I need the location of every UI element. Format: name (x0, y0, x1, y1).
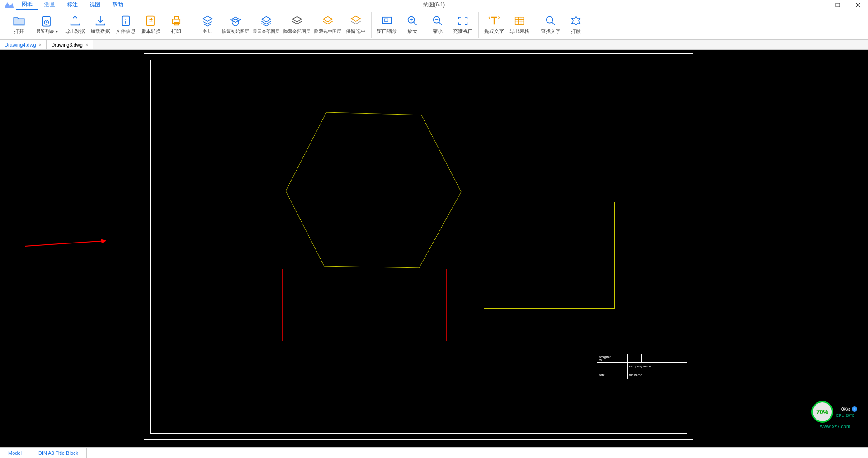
recent-icon (41, 15, 53, 28)
find-label: 查找文字 (541, 28, 561, 35)
tb-designed-by: designed by (597, 354, 616, 363)
tb-cell (616, 354, 628, 363)
file-tab-drawing3[interactable]: Drawing3.dwg × (47, 40, 93, 49)
keep-selected-button[interactable]: 保留选中 (343, 12, 368, 38)
watermark-speed: ↑0K/s+ (836, 406, 859, 412)
watermark-url: www.xz7.com (820, 424, 850, 429)
tool-group-find: 查找文字 打散 (535, 12, 591, 38)
keep-sel-label: 保留选中 (346, 28, 366, 35)
export-icon (69, 14, 81, 27)
menu-drawing[interactable]: 图纸 (16, 0, 38, 10)
layers-label: 图层 (203, 28, 212, 35)
layout-tab-model[interactable]: Model (0, 448, 30, 458)
titlebar-left: 图纸 测量 标注 视图 帮助 (0, 0, 128, 10)
file-tab-drawing4[interactable]: Drawing4.dwg × (0, 40, 47, 49)
export-label: 导出数据 (65, 28, 85, 35)
zoom-out-icon (431, 14, 444, 27)
zoom-in-icon (406, 14, 419, 27)
reset-layer-button[interactable]: 恢复初始图层 (220, 12, 251, 38)
svg-rect-10 (173, 19, 180, 24)
find-text-button[interactable]: 查找文字 (538, 12, 563, 38)
layout-tabbar: Model DIN A0 Title Block (0, 447, 868, 458)
file-info-button[interactable]: 文件信息 (113, 12, 138, 38)
layers-icon (201, 14, 214, 27)
tb-cell (628, 354, 642, 363)
layers-button[interactable]: 图层 (195, 12, 220, 38)
tool-group-extract: 提取文字 导出表格 (479, 12, 535, 38)
tool-group-layers: 图层 恢复初始图层 显示全部图层 隐藏全部图层 隐藏选中图层 保留选中 (192, 12, 372, 38)
watermark: 70% ↑0K/s+ CPU 20°C www.xz7.com (811, 401, 859, 429)
hide-selected-layer-button[interactable]: 隐藏选中图层 (312, 12, 343, 38)
hide-sel-icon (321, 15, 334, 28)
svg-rect-9 (147, 16, 154, 26)
explode-button[interactable]: 打散 (563, 12, 589, 38)
export-data-button[interactable]: 导出数据 (62, 12, 88, 38)
print-button[interactable]: 打印 (164, 12, 189, 38)
svg-line-28 (552, 23, 555, 25)
convert-label: 版本转换 (141, 28, 161, 35)
tool-group-zoom: 窗口缩放 放大 缩小 充满视口 (372, 12, 479, 38)
file-info-label: 文件信息 (116, 28, 136, 35)
import-label: 加载数据 (90, 28, 110, 35)
ribbon-toolbar: 打开 最近列表 ▾ 导出数据 加载数据 文件信息 版本转换 打印 (0, 10, 868, 40)
fit-label: 充满视口 (453, 28, 473, 35)
close-button[interactable] (848, 0, 868, 10)
recent-list-button[interactable]: 最近列表 ▾ (32, 12, 62, 38)
zoom-out-label: 缩小 (433, 28, 443, 35)
red-rectangle-2 (282, 269, 447, 341)
red-rectangle-1 (486, 100, 580, 177)
menu-annotate[interactable]: 标注 (61, 0, 83, 10)
svg-rect-22 (515, 17, 524, 24)
svg-point-7 (125, 19, 126, 19)
layout-tab-din-a0[interactable]: DIN A0 Title Block (30, 448, 87, 458)
minimize-button[interactable] (807, 0, 827, 10)
menu-help[interactable]: 帮助 (107, 0, 128, 10)
svg-rect-1 (836, 3, 840, 7)
titlebar: 图纸 测量 标注 视图 帮助 豹图(6.1) (0, 0, 868, 10)
fit-viewport-button[interactable]: 充满视口 (450, 12, 476, 38)
file-tabbar: Drawing4.dwg × Drawing3.dwg × (0, 40, 868, 50)
menu-measure[interactable]: 测量 (39, 0, 61, 10)
open-label: 打开 (14, 28, 24, 35)
export-table-button[interactable]: 导出表格 (507, 12, 532, 38)
convert-button[interactable]: 版本转换 (138, 12, 164, 38)
svg-line-16 (414, 23, 417, 25)
show-all-layers-button[interactable]: 显示全部图层 (251, 12, 282, 38)
svg-rect-11 (174, 17, 178, 19)
svg-rect-13 (383, 17, 392, 24)
zoom-window-button[interactable]: 窗口缩放 (374, 12, 400, 38)
watermark-percent: 70% (811, 401, 833, 423)
search-icon (544, 14, 557, 27)
extract-text-icon (488, 14, 500, 27)
reset-layer-icon (229, 15, 242, 28)
tb-cell (616, 363, 628, 371)
svg-marker-31 (101, 239, 106, 243)
window-controls (807, 0, 868, 10)
app-logo-icon (3, 1, 15, 9)
hide-all-icon (291, 15, 303, 28)
close-tab-icon[interactable]: × (85, 42, 88, 48)
title-block: designed by company name date file name (597, 354, 687, 379)
show-all-label: 显示全部图层 (253, 29, 280, 35)
watermark-cpu: CPU 20°C (836, 413, 859, 418)
export-table-icon (513, 14, 526, 27)
hide-all-layers-button[interactable]: 隐藏全部图层 (282, 12, 312, 38)
extract-text-button[interactable]: 提取文字 (481, 12, 507, 38)
zoom-in-button[interactable]: 放大 (400, 12, 425, 38)
zoom-out-button[interactable]: 缩小 (425, 12, 450, 38)
export-table-label: 导出表格 (509, 28, 529, 35)
zoom-window-icon (381, 14, 393, 27)
maximize-button[interactable] (827, 0, 848, 10)
svg-rect-14 (384, 19, 388, 21)
tb-cell (642, 354, 687, 363)
open-button[interactable]: 打开 (6, 12, 32, 38)
reset-layer-label: 恢复初始图层 (222, 29, 249, 35)
close-tab-icon[interactable]: × (39, 42, 42, 48)
print-label: 打印 (171, 28, 181, 35)
svg-marker-29 (286, 112, 461, 268)
tb-cell (597, 363, 616, 371)
show-all-icon (260, 15, 273, 28)
menu-view[interactable]: 视图 (84, 0, 106, 10)
import-data-button[interactable]: 加载数据 (88, 12, 113, 38)
drawing-canvas[interactable]: designed by company name date file name … (0, 50, 868, 447)
